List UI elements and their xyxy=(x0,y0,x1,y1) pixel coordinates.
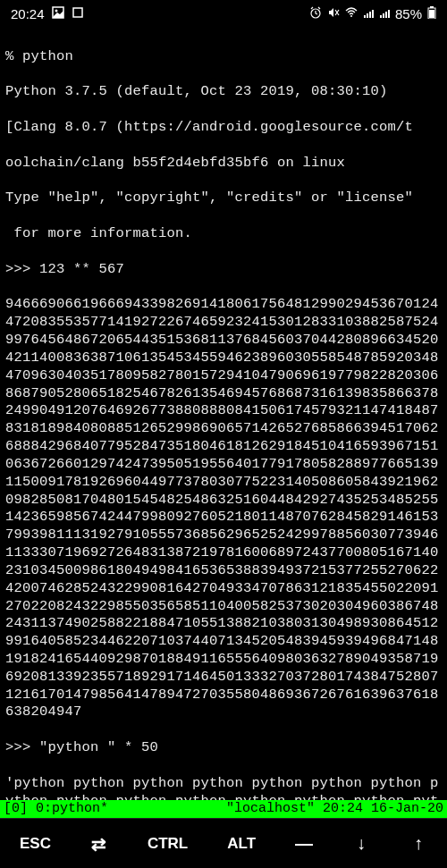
android-status-bar: 20:24 85% xyxy=(0,0,447,27)
signal-icon-2 xyxy=(379,6,390,21)
svg-point-1 xyxy=(55,9,57,12)
compiler-line: [Clang 8.0.7 (https://android.googlesour… xyxy=(5,119,442,137)
battery-percent: 85% xyxy=(395,6,422,21)
ctrl-key[interactable]: CTRL xyxy=(139,828,197,860)
signal-icon-1 xyxy=(363,6,374,21)
alarm-icon xyxy=(309,6,322,21)
shell-prompt: % python xyxy=(5,48,442,66)
down-arrow-key[interactable]: ↓ xyxy=(343,826,379,861)
esc-key[interactable]: ESC xyxy=(11,828,60,860)
status-right: 85% xyxy=(309,6,436,21)
terminal-output[interactable]: % python Python 3.7.5 (default, Oct 23 2… xyxy=(0,27,447,868)
wifi-icon xyxy=(345,6,358,21)
repl-input: >>> 123 ** 567 xyxy=(5,261,442,279)
compiler-line: oolchain/clang b55f2d4ebfd35bf6 on linux xyxy=(5,155,442,173)
repl-output-number: 9466690661966694339826914180617564812990… xyxy=(5,296,442,721)
status-left: 20:24 xyxy=(11,6,84,21)
battery-icon xyxy=(427,6,436,21)
python-version: Python 3.7.5 (default, Oct 23 2019, 08:3… xyxy=(5,83,442,101)
mute-icon xyxy=(327,6,340,21)
svg-point-4 xyxy=(350,15,352,17)
svg-rect-7 xyxy=(429,10,434,18)
svg-rect-2 xyxy=(73,8,82,17)
status-time: 20:24 xyxy=(11,6,45,21)
help-line: for more information. xyxy=(5,225,442,243)
repl-input: >>> "python " * 50 xyxy=(5,739,442,757)
tmux-status-right: "localhost" 20:24 16-Jan-20 xyxy=(226,800,443,818)
square-icon xyxy=(72,6,84,21)
tmux-status-bar: [0] 0:python* "localhost" 20:24 16-Jan-2… xyxy=(0,800,447,818)
tab-key[interactable]: ⇄ xyxy=(81,826,117,862)
help-line: Type "help", "copyright", "credits" or "… xyxy=(5,190,442,207)
up-arrow-key[interactable]: ↑ xyxy=(401,826,436,861)
dash-key[interactable]: — xyxy=(286,826,322,861)
tmux-window-list: [0] 0:python* xyxy=(4,800,108,818)
image-icon xyxy=(52,6,64,21)
extra-keys-row: ESC ⇄ CTRL ALT — ↓ ↑ xyxy=(0,818,447,868)
alt-key[interactable]: ALT xyxy=(218,828,265,860)
